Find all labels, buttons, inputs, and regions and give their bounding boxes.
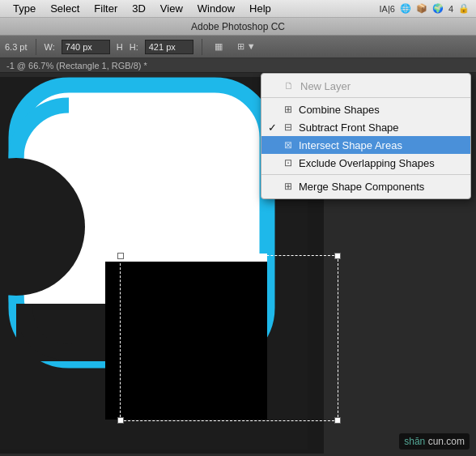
titlebar: Adobe Photoshop CC: [0, 18, 476, 36]
toolbar-sep-2: [202, 39, 202, 55]
lock-icon: 🔒: [458, 3, 470, 14]
num-icon: 4: [448, 4, 453, 14]
width-input[interactable]: [62, 40, 110, 54]
new-layer-icon: 🗋: [284, 80, 294, 92]
width-label: W:: [45, 42, 55, 52]
menu-type[interactable]: Type: [6, 1, 42, 16]
menubar: Type Select Filter 3D View Window Help I…: [0, 0, 476, 18]
toolbar-sep-1: [36, 39, 36, 55]
handle-tr[interactable]: [334, 253, 341, 259]
menu-separator-2: [261, 174, 470, 175]
path-button[interactable]: ▦: [210, 39, 227, 54]
cloud-icon: 🌐: [400, 3, 411, 14]
intersect-label: Intersect Shape Areas: [299, 139, 402, 151]
doc-tab[interactable]: -1 @ 66.7% (Rectangle 1, RGB/8) *: [0, 58, 476, 73]
height-label: H:: [130, 42, 138, 52]
height-icon: H: [117, 42, 123, 52]
watermark: shān cun.com: [399, 433, 470, 450]
path-ops-button[interactable]: ⊞ ▼: [233, 39, 260, 54]
height-input[interactable]: [145, 40, 193, 54]
intersect-icon: ⊠: [284, 139, 292, 151]
menu-item-intersect[interactable]: ⊠ Intersect Shape Areas: [261, 136, 470, 154]
menu-item-exclude[interactable]: ⊡ Exclude Overlapping Shapes: [261, 154, 470, 172]
new-layer-label: New Layer: [300, 80, 351, 92]
watermark-green: shān: [404, 436, 425, 447]
menu-help[interactable]: Help: [243, 1, 278, 16]
exclude-icon: ⊡: [284, 157, 292, 168]
selection-box: [120, 255, 338, 421]
combine-shapes-icon: ⊞: [284, 104, 292, 115]
exclude-label: Exclude Overlapping Shapes: [299, 157, 435, 169]
menu-item-merge[interactable]: ⊞ Merge Shape Components: [261, 177, 470, 195]
canvas-area: 🗋 New Layer ⊞ Combine Shapes ⊟ Subtract …: [0, 73, 476, 456]
doc-tab-label: -1 @ 66.7% (Rectangle 1, RGB/8) *: [6, 61, 147, 70]
menu-separator-1: [261, 97, 470, 98]
globe-icon: 🌍: [432, 3, 444, 14]
subtract-icon: ⊟: [284, 121, 292, 133]
app-title: Adobe Photoshop CC: [191, 21, 285, 32]
menubar-right: IA|6 🌐 📦 🌍 4 🔒: [380, 3, 470, 14]
combine-shapes-label: Combine Shapes: [299, 104, 380, 116]
merge-icon: ⊞: [284, 181, 292, 192]
menu-item-new-layer[interactable]: 🗋 New Layer: [261, 77, 470, 95]
package-icon: 📦: [416, 3, 427, 14]
handle-tl[interactable]: [117, 253, 124, 259]
menu-item-combine-shapes[interactable]: ⊞ Combine Shapes: [261, 100, 470, 118]
watermark-suffix: cun.com: [428, 436, 465, 447]
menu-view[interactable]: View: [154, 1, 189, 16]
subtract-front-label: Subtract Front Shape: [299, 121, 399, 134]
menu-filter[interactable]: Filter: [87, 1, 124, 16]
dropdown-menu: 🗋 New Layer ⊞ Combine Shapes ⊟ Subtract …: [261, 73, 471, 199]
ps-icon: IA|6: [380, 4, 395, 14]
merge-label: Merge Shape Components: [299, 181, 424, 193]
menu-3d[interactable]: 3D: [125, 1, 152, 16]
handle-br[interactable]: [334, 417, 341, 424]
toolbar: 6.3 pt W: H H: ▦ ⊞ ▼: [0, 36, 476, 58]
menu-window[interactable]: Window: [191, 1, 241, 16]
handle-bl[interactable]: [117, 417, 124, 424]
menu-select[interactable]: Select: [44, 1, 86, 16]
menu-item-subtract-front[interactable]: ⊟ Subtract Front Shape: [261, 118, 470, 136]
size-label: 6.3 pt: [5, 42, 28, 52]
